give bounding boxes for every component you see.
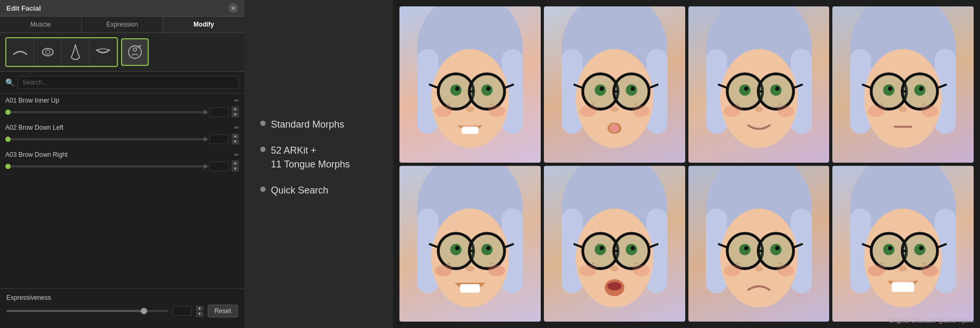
svg-point-23 (448, 103, 450, 105)
reset-button[interactable]: Reset (208, 305, 238, 317)
svg-point-107 (488, 265, 505, 276)
svg-point-149 (777, 265, 794, 276)
svg-point-133 (632, 266, 634, 268)
svg-point-151 (739, 266, 742, 268)
svg-point-173 (923, 262, 925, 264)
svg-point-132 (634, 262, 636, 264)
morph-slider-a02[interactable] (5, 138, 206, 140)
face-card-1 (399, 6, 541, 163)
svg-point-18 (455, 87, 459, 91)
svg-point-171 (881, 262, 883, 264)
bullet-text-arkit: 52 ARKit +11 Tongue Morphs (271, 144, 350, 171)
face-placeholder-7 (688, 166, 830, 322)
panel-title: Edit Facial (6, 4, 41, 12)
morph-spin-up-a01[interactable]: ▲ (232, 106, 239, 112)
morph-spin-down-a01[interactable]: ▼ (232, 112, 239, 117)
face-card-5 (399, 166, 541, 322)
svg-point-22 (488, 106, 505, 117)
svg-point-63 (754, 106, 763, 112)
svg-point-61 (744, 87, 748, 91)
svg-point-83 (899, 106, 907, 112)
search-input[interactable] (18, 76, 239, 89)
morph-spinner-a02: ▲ ▼ (232, 133, 239, 145)
face-placeholder-1 (399, 6, 541, 163)
svg-point-124 (630, 246, 635, 250)
svg-point-20 (466, 106, 474, 112)
svg-point-82 (919, 87, 924, 91)
face-card-8 (832, 166, 974, 322)
middle-section: Standard Morphs 52 ARKit +11 Tongue Morp… (244, 0, 393, 328)
morph-edit-icon-a02[interactable]: ✏ (234, 124, 239, 131)
svg-point-167 (899, 265, 907, 271)
expressiveness-row: 100 ▲ ▼ Reset (6, 305, 238, 317)
svg-point-21 (434, 106, 451, 117)
svg-point-106 (434, 265, 451, 276)
panel-title-bar: Edit Facial ✕ (0, 0, 244, 16)
tab-modify[interactable]: Modify (163, 16, 244, 32)
morph-slider-a01[interactable] (5, 111, 206, 113)
svg-point-166 (919, 246, 924, 250)
face-part-icons (5, 37, 118, 67)
morph-spinner-a03: ▲ ▼ (232, 161, 239, 172)
svg-point-174 (921, 266, 923, 268)
brow-icon[interactable] (6, 38, 34, 66)
svg-point-90 (921, 107, 923, 109)
svg-point-102 (455, 246, 459, 250)
morph-edit-icon-a03[interactable]: ✏ (234, 152, 239, 158)
morph-spin-up-a02[interactable]: ▲ (232, 133, 239, 139)
face-placeholder-6 (544, 166, 685, 322)
face-card-3 (688, 6, 830, 163)
svg-point-131 (595, 266, 597, 268)
morph-edit-icon-a01[interactable]: ✏ (234, 97, 239, 104)
svg-point-1 (46, 50, 50, 54)
mouth-icon[interactable] (89, 38, 117, 66)
svg-point-108 (448, 262, 450, 264)
nose-icon[interactable] (62, 38, 89, 66)
bullet-text-search: Quick Search (271, 184, 328, 197)
svg-point-169 (868, 265, 885, 276)
svg-point-45 (633, 106, 650, 117)
tab-muscle[interactable]: Muscle (0, 16, 82, 32)
morph-value-a02[interactable]: 0 (209, 134, 228, 144)
svg-point-81 (888, 87, 892, 91)
exp-spin-up[interactable]: ▲ (196, 306, 203, 311)
svg-point-47 (595, 107, 597, 109)
exp-spin-down[interactable]: ▼ (196, 312, 203, 317)
face-modify-icon[interactable] (121, 38, 149, 66)
svg-point-128 (579, 265, 596, 276)
expressiveness-slider[interactable] (6, 310, 168, 312)
morph-value-a01[interactable]: 0 (209, 107, 228, 117)
bullet-item-3: Quick Search (260, 184, 382, 197)
svg-point-147 (754, 265, 763, 271)
close-button[interactable]: ✕ (228, 3, 238, 13)
eye-icon[interactable] (34, 38, 62, 66)
morph-spin-down-a02[interactable]: ▼ (232, 139, 239, 145)
svg-point-104 (466, 265, 474, 271)
svg-point-46 (592, 103, 594, 105)
morph-slider-a03[interactable] (5, 165, 206, 167)
svg-point-19 (486, 87, 490, 91)
morph-value-a03[interactable]: 0 (209, 162, 228, 171)
search-row: 🔍 (0, 72, 244, 94)
face-placeholder-2 (544, 6, 685, 163)
morph-spin-down-a03[interactable]: ▼ (232, 166, 239, 172)
morph-spin-up-a03[interactable]: ▲ (232, 161, 239, 166)
svg-point-64 (723, 106, 740, 117)
svg-point-110 (490, 262, 492, 264)
svg-point-62 (775, 87, 779, 91)
face-card-2 (544, 6, 685, 163)
expressiveness-value[interactable]: 100 (173, 306, 192, 316)
morph-item-a02: A02 Brow Down Left ✏ 0 ▲ ▼ (5, 124, 239, 145)
tab-expression[interactable]: Expression (82, 16, 164, 32)
face-placeholder-4 (832, 6, 974, 163)
svg-point-89 (923, 103, 925, 105)
expressiveness-label: Expressiveness (6, 294, 238, 301)
tabs-row: Muscle Expression Modify (0, 16, 244, 33)
svg-point-85 (868, 106, 885, 117)
svg-point-40 (630, 87, 635, 91)
face-placeholder-3 (688, 6, 830, 163)
icons-row (0, 33, 244, 72)
face-placeholder-5 (399, 166, 541, 322)
svg-point-103 (486, 246, 490, 250)
svg-point-129 (633, 265, 650, 276)
